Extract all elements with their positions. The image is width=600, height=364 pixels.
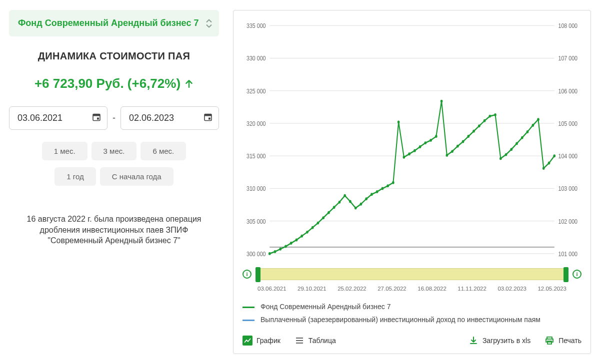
x-tick: 27.05.2022	[378, 286, 406, 292]
x-tick: 03.06.2021	[258, 286, 286, 292]
svg-point-84	[553, 154, 556, 157]
svg-point-47	[354, 207, 357, 210]
svg-point-53	[386, 184, 389, 187]
toolbar: График Таблица Загрузить в xls Печать	[242, 336, 582, 346]
legend: Фонд Современный Арендный бизнес 7 Выпла…	[242, 303, 582, 324]
x-tick: 03.02.2023	[498, 286, 526, 292]
svg-point-40	[317, 222, 320, 225]
scrubber-track[interactable]	[256, 268, 568, 280]
info-icon[interactable]: i	[572, 270, 582, 279]
svg-point-83	[548, 162, 550, 165]
svg-point-31	[268, 252, 271, 255]
svg-text:325 000: 325 000	[246, 87, 266, 95]
svg-point-79	[526, 130, 529, 133]
svg-text:305 000: 305 000	[246, 217, 266, 225]
fund-selector[interactable]: Фонд Современный Арендный бизнес 7	[9, 10, 219, 36]
svg-point-62	[435, 135, 438, 138]
svg-text:101 000: 101 000	[558, 250, 578, 258]
svg-point-60	[424, 141, 427, 144]
scrubber-handle-left[interactable]	[256, 267, 260, 282]
table-icon	[294, 336, 304, 346]
x-tick: 29.10.2021	[298, 286, 326, 292]
svg-rect-86	[546, 339, 553, 342]
view-table-button[interactable]: Таблица	[294, 336, 336, 346]
svg-text:335 000: 335 000	[246, 22, 266, 30]
svg-point-54	[392, 181, 394, 184]
svg-point-81	[537, 118, 540, 121]
svg-point-73	[494, 113, 496, 116]
svg-point-32	[274, 250, 276, 253]
chart-area[interactable]: 300 000101 000305 000102 000310 000103 0…	[242, 19, 582, 265]
svg-point-80	[532, 124, 534, 127]
x-tick: 12.05.2023	[538, 286, 566, 292]
svg-point-35	[290, 242, 292, 245]
svg-text:108 000: 108 000	[558, 22, 578, 30]
arrow-up-icon	[184, 79, 194, 88]
period-ytd-button[interactable]: С начала года	[100, 167, 174, 186]
svg-point-34	[284, 245, 287, 248]
scrubber-handle-right[interactable]	[564, 267, 568, 282]
date-to-value: 02.06.2023	[129, 113, 174, 123]
period-3m-button[interactable]: 3 мес.	[92, 142, 137, 160]
svg-point-59	[419, 145, 422, 148]
legend-series-2: Выплаченный (зарезервированный) инвестиц…	[242, 316, 582, 324]
svg-text:103 000: 103 000	[558, 185, 578, 193]
calendar-icon	[92, 112, 101, 124]
svg-point-78	[521, 136, 524, 139]
x-tick: 16.08.2022	[418, 286, 446, 292]
period-1m-button[interactable]: 1 мес.	[42, 142, 88, 160]
svg-text:106 000: 106 000	[558, 87, 578, 95]
date-separator: -	[112, 113, 116, 123]
print-button[interactable]: Печать	[544, 336, 582, 346]
svg-point-82	[542, 167, 545, 170]
x-tick: 25.02.2022	[338, 286, 366, 292]
svg-text:300 000: 300 000	[246, 250, 266, 258]
svg-rect-5	[208, 117, 210, 119]
view-chart-label: График	[256, 337, 280, 345]
svg-rect-4	[204, 114, 212, 116]
svg-point-56	[403, 156, 406, 159]
svg-point-42	[328, 211, 330, 214]
split-note: 16 августа 2022 г. была произведена опер…	[24, 214, 204, 246]
svg-text:107 000: 107 000	[558, 54, 578, 62]
svg-point-75	[505, 153, 508, 156]
svg-text:102 000: 102 000	[558, 217, 578, 225]
date-to-input[interactable]: 02.06.2023	[120, 106, 219, 130]
chart-icon	[242, 336, 252, 346]
svg-point-65	[451, 150, 454, 153]
svg-point-67	[462, 140, 464, 143]
svg-point-36	[296, 239, 298, 242]
fund-selector-label: Фонд Современный Арендный бизнес 7	[18, 18, 198, 28]
date-from-input[interactable]: 03.06.2021	[9, 106, 108, 130]
svg-point-55	[398, 120, 400, 123]
download-icon	[468, 336, 478, 346]
period-1y-button[interactable]: 1 год	[54, 167, 96, 186]
svg-point-50	[370, 193, 373, 196]
legend-series-1: Фонд Современный Арендный бизнес 7	[242, 303, 582, 311]
svg-text:315 000: 315 000	[246, 152, 266, 160]
svg-text:310 000: 310 000	[246, 185, 266, 193]
svg-point-46	[349, 200, 352, 203]
legend-swatch-blue	[242, 320, 254, 321]
view-chart-button[interactable]: График	[242, 336, 280, 346]
chevron-updown-icon	[206, 19, 212, 27]
svg-point-70	[478, 124, 480, 127]
svg-point-41	[322, 216, 324, 219]
download-xls-button[interactable]: Загрузить в xls	[468, 336, 530, 346]
svg-point-37	[300, 235, 303, 238]
period-row-2: 1 год С начала года	[54, 167, 173, 186]
svg-text:105 000: 105 000	[558, 120, 578, 128]
svg-rect-2	[97, 117, 99, 119]
left-panel: Фонд Современный Арендный бизнес 7 ДИНАМ…	[9, 10, 219, 354]
x-tick: 11.11.2022	[458, 286, 486, 292]
svg-point-66	[456, 145, 459, 148]
svg-point-71	[484, 119, 486, 122]
info-icon[interactable]: i	[242, 270, 252, 279]
print-label: Печать	[558, 337, 582, 345]
svg-point-52	[382, 187, 384, 190]
date-from-value: 03.06.2021	[18, 113, 62, 123]
period-row-1: 1 мес. 3 мес. 6 мес.	[42, 142, 186, 160]
calendar-icon	[204, 112, 212, 124]
period-6m-button[interactable]: 6 мес.	[140, 142, 186, 160]
x-axis-ticks: 03.06.202129.10.202125.02.202227.05.2022…	[258, 286, 566, 292]
